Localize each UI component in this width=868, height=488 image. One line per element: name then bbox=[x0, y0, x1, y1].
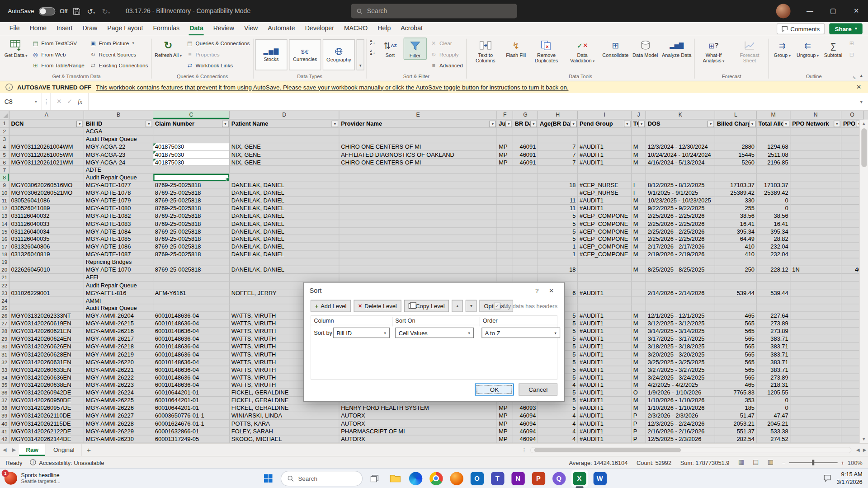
recent-sources-button[interactable]: ↻Recent Sources bbox=[88, 49, 150, 59]
cell-B15[interactable]: MGY-ADTE-1084 bbox=[84, 228, 153, 235]
cell-H2[interactable] bbox=[538, 128, 578, 136]
task-view-button[interactable] bbox=[366, 470, 383, 487]
onenote-button[interactable]: N bbox=[509, 470, 526, 487]
cell-N41[interactable] bbox=[791, 427, 842, 435]
cell-I37[interactable]: #AUDIT1 bbox=[578, 397, 632, 404]
cell-A2[interactable] bbox=[9, 128, 84, 136]
row-header-13[interactable]: 13 bbox=[0, 212, 9, 220]
header-cell-H1[interactable]: Age(BR Dat▾ bbox=[538, 119, 578, 127]
cell-A12[interactable]: 030526041089 bbox=[9, 205, 84, 212]
cell-L12[interactable]: 255 bbox=[715, 205, 757, 212]
undo-button[interactable]: ↺▾ bbox=[86, 7, 96, 15]
from-text-csv-button[interactable]: ▤From Text/CSV bbox=[30, 38, 86, 48]
cell-K21[interactable] bbox=[646, 274, 715, 282]
cell-L15[interactable]: 395.34 bbox=[715, 228, 757, 235]
cell-K32[interactable]: 3/25/2025 - 3/25/2025 bbox=[646, 358, 715, 366]
cell-C33[interactable]: 60010148636-04 bbox=[153, 366, 230, 374]
cell-I27[interactable]: #AUDIT1 bbox=[578, 320, 632, 328]
cell-N29[interactable] bbox=[791, 335, 842, 343]
cell-I29[interactable]: #AUDIT1 bbox=[578, 335, 632, 343]
filter-button-B[interactable]: ▾ bbox=[146, 120, 152, 127]
cell-E15[interactable] bbox=[340, 228, 497, 235]
cell-J35[interactable]: M bbox=[632, 381, 646, 389]
cancel-button[interactable]: Cancel bbox=[519, 384, 557, 396]
cell-B4[interactable]: MGY-ACGA-22 bbox=[84, 143, 153, 151]
cell-N25[interactable] bbox=[791, 305, 842, 312]
cell-D12[interactable]: DANEILAK, DANIEL bbox=[230, 205, 339, 212]
cell-F5[interactable]: MP bbox=[497, 151, 514, 159]
taskbar-clock[interactable]: 9:15 AM 3/17/2026 bbox=[837, 471, 863, 485]
cell-G13[interactable] bbox=[513, 212, 538, 220]
word-button[interactable]: W bbox=[591, 470, 608, 487]
cell-I42[interactable]: #AUDIT1 bbox=[578, 435, 632, 443]
cell-B37[interactable]: MGY-AMMI-26225 bbox=[84, 397, 153, 404]
cell-M35[interactable]: 218.31 bbox=[757, 381, 791, 389]
cell-J31[interactable]: M bbox=[632, 351, 646, 358]
row-header-8[interactable]: 8 bbox=[0, 174, 9, 182]
cell-G3[interactable] bbox=[513, 136, 538, 143]
cell-L5[interactable]: 15445 bbox=[715, 151, 757, 159]
cell-E10[interactable] bbox=[340, 189, 497, 197]
row-header-26[interactable]: 26 bbox=[0, 312, 9, 320]
cell-A30[interactable]: MGY031420260626EN bbox=[9, 343, 84, 351]
cell-A37[interactable]: MGY031420260950DE bbox=[9, 397, 84, 404]
properties-button[interactable]: ≡Properties bbox=[184, 49, 251, 59]
cell-I11[interactable]: #AUDIT1 bbox=[578, 197, 632, 205]
cancel-entry-icon[interactable]: ✕ bbox=[57, 98, 61, 105]
header-cell-J1[interactable]: TC▾ bbox=[632, 119, 646, 127]
cell-A11[interactable]: 030526041086 bbox=[9, 197, 84, 205]
cell-B25[interactable]: Audit Repair Queue bbox=[84, 305, 153, 312]
cell-F15[interactable] bbox=[497, 228, 514, 235]
cell-C37[interactable]: 60010644201-01 bbox=[153, 397, 230, 404]
cell-K35[interactable]: 4/2/2025 - 4/2/2025 bbox=[646, 381, 715, 389]
scroll-up-icon[interactable]: ▲ bbox=[862, 119, 866, 127]
dialog-help-button[interactable]: ? bbox=[530, 287, 544, 294]
cell-I25[interactable] bbox=[578, 305, 632, 312]
row-header-22[interactable]: 22 bbox=[0, 282, 9, 289]
cell-K16[interactable]: 2/25/2026 - 2/25/2026 bbox=[646, 235, 715, 243]
cell-H7[interactable] bbox=[538, 166, 578, 174]
banner-link[interactable]: This workbook contains features that pre… bbox=[96, 84, 569, 91]
row-header-37[interactable]: 37 bbox=[0, 397, 9, 404]
cell-A25[interactable] bbox=[9, 305, 84, 312]
cell-K31[interactable]: 3/20/2025 - 3/20/2025 bbox=[646, 351, 715, 358]
cell-N19[interactable] bbox=[791, 258, 842, 266]
cell-M11[interactable]: 0 bbox=[757, 197, 791, 205]
advanced-filter-button[interactable]: ≡Advanced bbox=[428, 60, 464, 70]
cell-J34[interactable]: M bbox=[632, 374, 646, 381]
cell-E40[interactable]: AUTORX bbox=[340, 420, 497, 427]
cell-K12[interactable]: 9/22/2025 - 9/22/2025 bbox=[646, 205, 715, 212]
cell-K33[interactable]: 3/27/2025 - 3/27/2025 bbox=[646, 366, 715, 374]
row-header-7[interactable]: 7 bbox=[0, 166, 9, 174]
cell-M9[interactable]: 17103.37 bbox=[757, 182, 791, 189]
cell-C13[interactable]: 8769-25-0025818 bbox=[153, 212, 230, 220]
cell-B13[interactable]: MGY-ADTE-1082 bbox=[84, 212, 153, 220]
sort-za-button[interactable]: ZA↓ bbox=[368, 48, 377, 57]
menu-tab-macro[interactable]: MACRO bbox=[339, 22, 373, 35]
data-validation-button[interactable]: ✓✕ Data Validation▾ bbox=[565, 38, 599, 64]
name-box[interactable]: C8 ▾ bbox=[0, 93, 42, 110]
row-header-34[interactable]: 34 bbox=[0, 374, 9, 381]
from-web-button[interactable]: ◎From Web bbox=[30, 49, 86, 59]
cell-M16[interactable]: 28.82 bbox=[757, 235, 791, 243]
cell-K3[interactable] bbox=[646, 136, 715, 143]
cell-I40[interactable]: #AUDIT1 bbox=[578, 420, 632, 427]
cell-E11[interactable] bbox=[340, 197, 497, 205]
outline-dialog-launcher[interactable]: ⇘ bbox=[852, 75, 856, 80]
row-header-12[interactable]: 12 bbox=[0, 205, 9, 212]
cell-E3[interactable] bbox=[340, 136, 497, 143]
header-cell-B1[interactable]: Bill ID▾ bbox=[84, 119, 153, 127]
cell-M3[interactable] bbox=[757, 136, 791, 143]
what-if-analysis-button[interactable]: ⊞? What-If Analysis▾ bbox=[696, 38, 731, 64]
cell-C14[interactable]: 8769-25-0025818 bbox=[153, 220, 230, 228]
cell-J23[interactable] bbox=[632, 289, 646, 297]
row-header-1[interactable]: 1 bbox=[0, 119, 9, 127]
cell-K20[interactable]: 8/25/2025 - 8/25/2025 bbox=[646, 266, 715, 274]
cell-J5[interactable]: M bbox=[632, 151, 646, 159]
header-cell-E1[interactable]: Provider Name▾ bbox=[340, 119, 497, 127]
vertical-scroll-thumb[interactable] bbox=[861, 128, 867, 167]
column-header-C[interactable]: C bbox=[153, 111, 230, 120]
column-header-L[interactable]: L bbox=[715, 111, 757, 120]
cell-F7[interactable] bbox=[497, 166, 514, 174]
cell-I39[interactable]: #AUDIT1 bbox=[578, 412, 632, 420]
